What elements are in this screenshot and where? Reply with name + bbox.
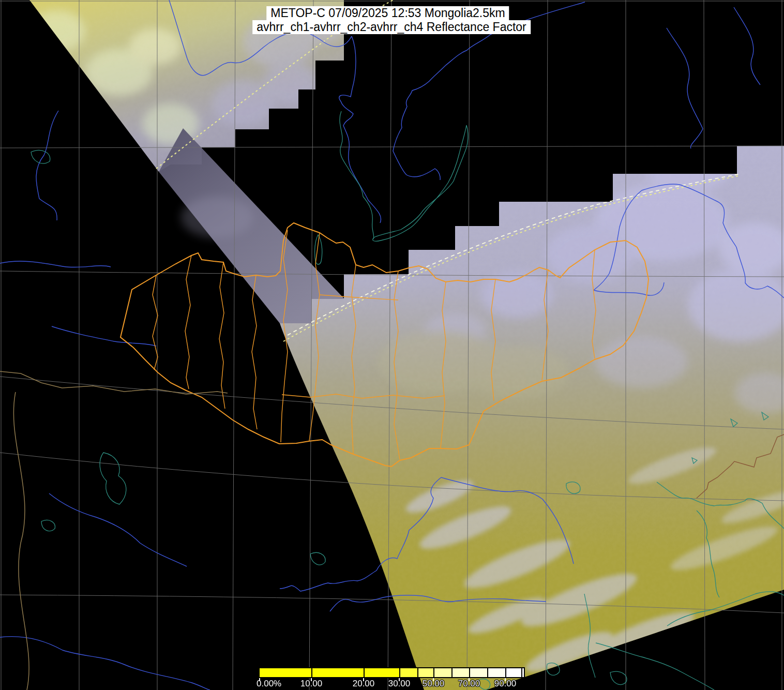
- colorbar-segment-60: [451, 668, 469, 677]
- colorbar-segment-90: [505, 668, 521, 677]
- colorbar-segment-40: [417, 668, 433, 677]
- map-canvas: [0, 0, 784, 690]
- colorbar-segment-0: [260, 668, 311, 677]
- swath-dim-terminator-band: [159, 128, 345, 325]
- colorbar-segment-30: [399, 668, 417, 677]
- colorbar-tick-mark-10: [311, 678, 312, 681]
- colorbar-tick-mark-30: [399, 678, 400, 681]
- satellite-image-viewport: METOP-C 07/09/2025 12:53 Mongolia2.5km a…: [0, 0, 784, 690]
- colorbar-segment-50: [433, 668, 451, 677]
- product-title-line1: METOP-C 07/09/2025 12:53 Mongolia2.5km: [266, 6, 509, 20]
- lake-baikal-outline: [373, 125, 468, 241]
- colorbar-segment-10: [311, 668, 364, 677]
- borders-west-tan: [0, 371, 228, 690]
- colorbar-tick-mark-70: [469, 678, 470, 681]
- colorbar-segment-80: [487, 668, 505, 677]
- colorbar-tick-mark-20: [363, 678, 364, 681]
- colorbar-tick-mark-0: [259, 678, 260, 681]
- reflectance-colorbar: [259, 667, 525, 678]
- colorbar-tick-label-0: 0.00%: [257, 679, 281, 689]
- product-title-line2: avhrr_ch1-avhrr_ch2-avhrr_ch4 Reflectanc…: [252, 20, 531, 34]
- colorbar-tick-mark-90: [505, 678, 506, 681]
- colorbar-segment-20: [364, 668, 399, 677]
- colorbar-segment-70: [469, 668, 487, 677]
- swath-main-imagery: [280, 146, 784, 690]
- colorbar-segment-100: [521, 668, 524, 677]
- colorbar-tick-mark-50: [433, 678, 434, 681]
